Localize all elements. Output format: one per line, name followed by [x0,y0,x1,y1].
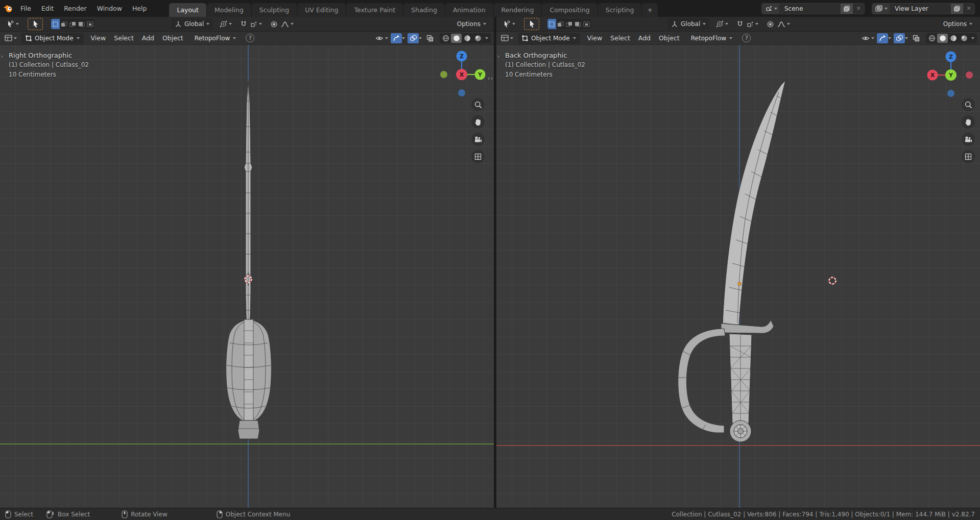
select-mode-set[interactable] [547,19,556,29]
select-mode-invert[interactable] [573,19,582,29]
select-box-tool-button[interactable] [28,18,43,30]
select-mode-extend[interactable] [556,19,565,29]
tab-sculpting[interactable]: Sculpting [252,3,297,17]
gizmos-dropdown[interactable] [402,37,405,39]
visibility-dropdown[interactable] [871,37,874,39]
overlays-dropdown[interactable] [905,37,908,39]
ortho-grid-icon[interactable] [962,150,975,163]
visibility-eye-icon[interactable] [860,33,871,43]
tab-uv-editing[interactable]: UV Editing [297,3,346,17]
axis-z-negative-ball[interactable] [458,89,465,96]
axis-gizmo[interactable]: Z X Y [437,50,486,99]
shading-wireframe-icon[interactable] [926,34,937,43]
camera-view-icon[interactable] [962,133,975,146]
scene-name[interactable]: Scene [779,5,841,12]
proportional-falloff-dropdown[interactable] [279,18,295,30]
tab-compositing[interactable]: Compositing [542,3,597,17]
select-mode-invert[interactable] [77,19,86,29]
mode-dropdown[interactable]: Object Mode [21,33,84,44]
options-dropdown[interactable]: Options [940,18,976,30]
view-layer-name[interactable]: View Layer [890,5,951,12]
menu-select[interactable]: Select [606,32,634,44]
scene-icon[interactable] [762,4,779,14]
new-scene-button[interactable] [841,4,853,14]
editor-type-dropdown[interactable] [499,33,515,44]
blender-logo-icon[interactable] [0,5,15,13]
remove-view-layer-button[interactable]: ✕ [963,4,974,14]
axis-z-negative-ball[interactable] [947,90,954,97]
cutlass-mesh-side-view[interactable] [496,45,980,508]
shading-dropdown[interactable] [485,37,488,39]
gizmos-dropdown[interactable] [888,37,891,39]
ortho-grid-icon[interactable] [471,150,485,163]
select-mode-subtract[interactable] [68,19,77,29]
sidebar-toggle-arrow[interactable]: › [497,53,499,60]
show-overlays-toggle[interactable] [408,33,419,43]
select-mode-intersect[interactable] [86,19,94,29]
active-tool-dropdown[interactable] [500,18,517,30]
zoom-icon[interactable] [962,98,975,111]
retopoflow-menu[interactable]: RetopoFlow [687,33,737,44]
menu-render[interactable]: Render [59,3,92,14]
view-layer-icon[interactable] [872,4,890,14]
show-gizmos-toggle[interactable] [391,33,402,43]
shading-rendered-icon[interactable] [959,34,969,43]
axis-gizmo[interactable]: Z X Y [926,51,975,100]
pan-hand-icon[interactable] [962,115,975,129]
viewport-canvas-right[interactable]: Back Orthographic (1) Collection | Cutla… [496,45,980,508]
select-mode-intersect[interactable] [582,19,591,29]
proportional-editing-icon[interactable] [765,18,776,30]
menu-view[interactable]: View [583,32,607,44]
options-dropdown[interactable]: Options [453,18,490,30]
shading-material-icon[interactable] [462,34,472,43]
pivot-point-dropdown[interactable] [218,18,233,30]
retopoflow-menu[interactable]: RetopoFlow [190,33,241,44]
select-mode-subtract[interactable] [565,19,573,29]
pan-hand-icon[interactable] [471,115,485,129]
tab-texture-paint[interactable]: Texture Paint [346,3,403,17]
sidebar-toggle-arrow[interactable]: › [1,53,3,60]
show-overlays-toggle[interactable] [894,33,905,43]
select-mode-set[interactable] [51,19,60,29]
proportional-editing-icon[interactable] [269,18,279,30]
viewport-splitter[interactable] [494,17,496,508]
shading-solid-icon[interactable] [451,34,462,43]
snap-target-dropdown[interactable] [745,18,760,30]
editor-type-dropdown[interactable] [3,33,18,44]
tab-rendering[interactable]: Rendering [494,3,542,17]
shading-material-icon[interactable] [948,34,959,43]
viewport-canvas-left[interactable]: Right Orthographic (1) Collection | Cutl… [0,45,494,508]
snap-magnet-icon[interactable] [238,18,249,30]
shading-solid-icon[interactable] [937,34,948,43]
select-mode-extend[interactable] [60,19,68,29]
mode-dropdown[interactable]: Object Mode [518,33,580,44]
menu-file[interactable]: File [15,3,36,14]
menu-window[interactable]: Window [92,3,127,14]
axis-x-negative-ball[interactable] [966,71,973,79]
shading-dropdown[interactable] [971,37,974,39]
tab-modeling[interactable]: Modeling [207,3,251,17]
overlays-dropdown[interactable] [419,37,422,39]
show-gizmos-toggle[interactable] [877,33,888,43]
splitter-handle[interactable]: ‹› [484,71,497,85]
menu-add[interactable]: Add [138,32,158,44]
add-view-layer-button[interactable] [951,4,963,14]
transform-orientation-dropdown[interactable]: Global [667,18,709,30]
pivot-point-dropdown[interactable] [714,18,730,30]
tab-animation[interactable]: Animation [445,3,493,17]
transform-orientation-dropdown[interactable]: Global [171,18,213,30]
zoom-icon[interactable] [471,98,485,111]
active-tool-dropdown[interactable] [4,18,20,30]
menu-view[interactable]: View [87,32,110,44]
menu-add[interactable]: Add [634,32,655,44]
tab-layout[interactable]: Layout [169,3,206,17]
camera-view-icon[interactable] [471,133,485,146]
xray-toggle[interactable] [424,33,436,43]
scene-selector[interactable]: Scene ✕ [761,3,865,14]
add-workspace-button[interactable]: + [642,3,657,17]
tab-shading[interactable]: Shading [403,3,445,17]
xray-toggle[interactable] [911,33,922,43]
select-box-tool-button[interactable] [524,18,539,30]
retopoflow-help-button[interactable]: ? [246,34,254,42]
visibility-eye-icon[interactable] [374,33,385,43]
